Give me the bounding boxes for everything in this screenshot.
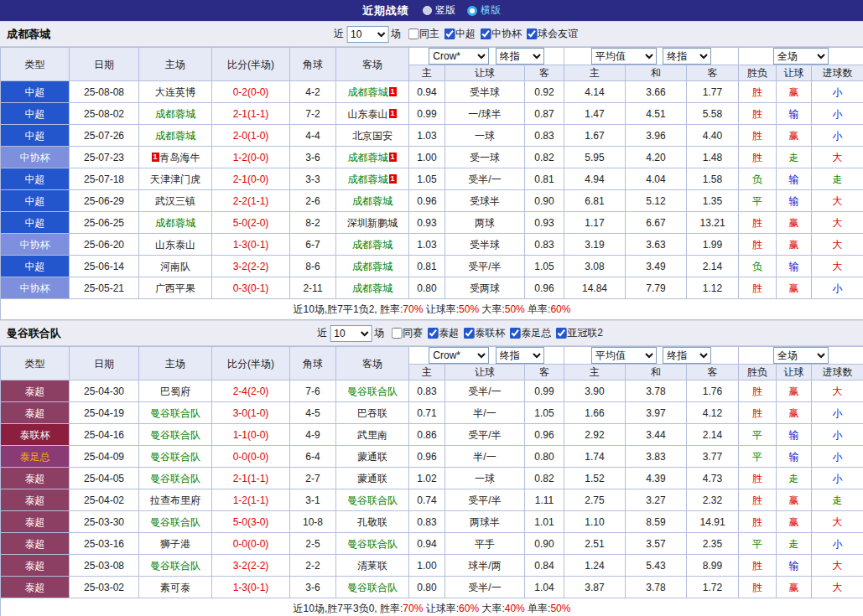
avg-away: 1.77 (687, 81, 739, 103)
away-team[interactable]: 成都蓉城 (336, 277, 409, 299)
away-team[interactable]: 成都蓉城 (336, 190, 409, 212)
checkbox-input[interactable] (526, 28, 537, 39)
home-team[interactable]: 天津津门虎 (139, 168, 212, 190)
avg-stage-select[interactable]: 终指 (663, 48, 711, 65)
home-team[interactable]: 巴蜀府 (139, 380, 212, 402)
checkbox-input[interactable] (555, 328, 566, 339)
checkbox-input[interactable] (480, 28, 491, 39)
match-row: 泰超25-03-08曼谷联合队3-2(2-2)2-2清莱联1.00球半/两0.8… (1, 555, 863, 577)
away-team[interactable]: 巴吞联 (336, 402, 409, 424)
home-team[interactable]: 1青岛海牛 (139, 147, 212, 168)
filter-checkbox[interactable]: 中协杯 (476, 27, 522, 41)
match-count-select[interactable]: 10 (330, 325, 372, 342)
home-team[interactable]: 曼谷联合队 (139, 402, 212, 424)
away-team[interactable]: 武里南 (336, 424, 409, 446)
corners: 4-5 (290, 402, 336, 424)
avg-stage-select[interactable]: 终指 (663, 347, 711, 364)
odds-stage-select[interactable]: 终指 (496, 48, 544, 65)
home-team[interactable]: 狮子港 (139, 533, 212, 555)
home-team[interactable]: 武汉三镇 (139, 190, 212, 212)
home-team[interactable]: 曼谷联合队 (139, 555, 212, 577)
away-team[interactable]: 蒙通联 (336, 468, 409, 489)
filter-checkbox[interactable]: 泰联杯 (459, 326, 505, 340)
checkbox-input[interactable] (509, 328, 520, 339)
summary-value: 50% (459, 303, 479, 315)
away-team[interactable]: 成都蓉城 (336, 256, 409, 277)
home-team[interactable]: 大连英博 (139, 81, 212, 103)
home-team[interactable]: 广西平果 (139, 277, 212, 299)
result-goals: 走 (812, 489, 863, 511)
away-team[interactable]: 曼谷联合队 (336, 577, 409, 598)
home-team[interactable]: 成都蓉城 (139, 212, 212, 234)
home-team[interactable]: 曼谷联合队 (139, 424, 212, 446)
summary-value: 70% (403, 603, 423, 614)
home-team[interactable]: 成都蓉城 (139, 103, 212, 125)
home-team[interactable]: 曼谷联合队 (139, 511, 212, 533)
average-select[interactable]: 平均值 (591, 48, 657, 65)
away-team[interactable]: 成都蓉城 (336, 234, 409, 256)
handicap-line: 两球 (445, 212, 525, 234)
col-header-odds-home: 主 (409, 65, 445, 81)
result-wdl: 胜 (739, 147, 777, 168)
home-team[interactable]: 山东泰山 (139, 234, 212, 256)
away-team[interactable]: 山东泰山1 (336, 103, 409, 125)
checkbox-input[interactable] (427, 328, 438, 339)
away-team[interactable]: 清莱联 (336, 555, 409, 577)
average-select[interactable]: 平均值 (591, 347, 657, 364)
bookmaker-select[interactable]: Crow* (429, 48, 489, 65)
home-team[interactable]: 素可泰 (139, 577, 212, 598)
avg-draw: 3.96 (626, 125, 687, 147)
home-team[interactable]: 曼谷联合队 (139, 468, 212, 489)
filter-checkbox[interactable]: 泰超 (423, 326, 459, 340)
corners: 3-1 (290, 489, 336, 511)
match-date: 25-03-16 (70, 533, 139, 555)
home-team[interactable]: 河南队 (139, 256, 212, 277)
scope-filter-cell: 全场 (739, 48, 863, 65)
checkbox-input[interactable] (408, 28, 419, 39)
away-team[interactable]: 成都蓉城1 (336, 168, 409, 190)
away-team[interactable]: 曼谷联合队 (336, 533, 409, 555)
away-team[interactable]: 曼谷联合队 (336, 380, 409, 402)
filter-checkbox[interactable]: 同主 (403, 27, 439, 41)
away-team[interactable]: 曼谷联合队 (336, 489, 409, 511)
away-team[interactable]: 蒙通联 (336, 446, 409, 468)
match-row: 中协杯25-05-21广西平果0-3(0-1)2-11成都蓉城0.80受两球0.… (1, 277, 863, 299)
away-team[interactable]: 成都蓉城1 (336, 147, 409, 168)
away-team[interactable]: 深圳新鹏城 (336, 212, 409, 234)
bookmaker-select[interactable]: Crow* (429, 347, 489, 364)
odds-home: 1.03 (409, 125, 445, 147)
filter-checkbox[interactable]: 泰足总 (505, 326, 551, 340)
checkbox-input[interactable] (463, 328, 474, 339)
odds-away: 1.05 (525, 402, 564, 424)
filter-checkbox[interactable]: 球会友谊 (522, 27, 578, 41)
corners: 4-2 (290, 81, 336, 103)
league-badge: 泰超 (1, 468, 70, 489)
league-badge: 泰联杯 (1, 424, 70, 446)
filter-checkbox[interactable]: 亚冠联2 (551, 326, 603, 340)
odds-stage-select[interactable]: 终指 (496, 347, 544, 364)
checkbox-input[interactable] (444, 28, 455, 39)
filter-checkbox[interactable]: 同赛 (387, 326, 423, 340)
scope-select[interactable]: 全场 (773, 48, 829, 65)
away-team[interactable]: 成都蓉城1 (336, 81, 409, 103)
match-count-select[interactable]: 10 (346, 26, 388, 43)
league-badge: 泰超 (1, 533, 70, 555)
home-team[interactable]: 拉查布里府 (139, 489, 212, 511)
odds-away: 0.83 (525, 234, 564, 256)
away-team[interactable]: 北京国安 (336, 125, 409, 147)
col-header-odds-away: 客 (525, 65, 564, 81)
home-team[interactable]: 成都蓉城 (139, 125, 212, 147)
col-header-odds-home: 主 (409, 365, 445, 380)
scope-select[interactable]: 全场 (773, 347, 829, 364)
avg-draw: 3.27 (626, 489, 687, 511)
vertical-layout-radio[interactable]: 竖版 (423, 3, 455, 18)
away-team[interactable]: 孔敬联 (336, 511, 409, 533)
match-date: 25-03-30 (70, 511, 139, 533)
horizontal-layout-radio[interactable]: 横版 (467, 3, 501, 18)
home-team[interactable]: 曼谷联合队 (139, 446, 212, 468)
checkbox-input[interactable] (391, 328, 402, 339)
filter-checkbox[interactable]: 中超 (439, 27, 476, 41)
avg-away: 8.99 (687, 555, 739, 577)
odds-home: 0.99 (409, 103, 445, 125)
result-handicap: 赢 (777, 234, 812, 256)
